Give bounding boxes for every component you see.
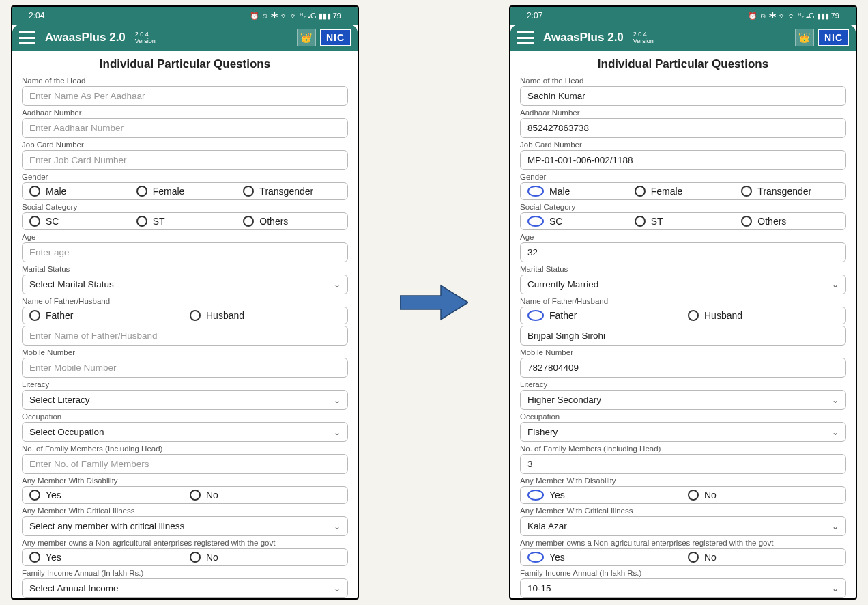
label-occupation: Occupation <box>520 412 846 421</box>
occupation-select[interactable]: Fishery⌄ <box>520 422 846 442</box>
age-field[interactable]: Enter age <box>22 242 348 262</box>
name-field[interactable]: Sachin Kumar <box>520 86 846 106</box>
label-name: Name of the Head <box>520 76 846 85</box>
label-enterprise: Any member owns a Non-agricultural enter… <box>22 539 348 547</box>
radio-enterprise-no[interactable]: No <box>190 552 341 563</box>
phone-screen-empty: 2:04 ⏰ ⦰ ✱ ᯤ ᯤ ᴴ₂ ₄G ▮▮▮ 79 AwaasPlus 2.… <box>11 5 359 600</box>
label-literacy: Literacy <box>520 380 846 389</box>
label-gender: Gender <box>22 173 348 181</box>
fh-name-field[interactable]: Brijpal Singh Sirohi <box>520 326 846 346</box>
family-field[interactable]: 3 <box>520 454 846 474</box>
social-radio-group: SC ST Others <box>520 212 846 230</box>
label-marital: Marital Status <box>22 265 348 273</box>
status-bar: 2:07 ⏰ ⦰ ✱ ᯤ ᯤ ᴴ₂ ₄G ▮▮▮ 79 <box>510 7 856 25</box>
literacy-select[interactable]: Higher Secondary⌄ <box>520 390 846 410</box>
mobile-field[interactable]: 7827804409 <box>520 358 846 378</box>
chevron-down-icon: ⌄ <box>832 427 839 437</box>
occupation-select[interactable]: Select Occupation⌄ <box>22 422 348 442</box>
page-title: Individual Particular Questions <box>520 57 846 71</box>
label-name: Name of the Head <box>22 76 348 85</box>
form-content: Individual Particular Questions Name of … <box>12 51 358 598</box>
radio-sc[interactable]: SC <box>29 216 127 227</box>
label-occupation: Occupation <box>22 412 348 421</box>
emblem-icon: 👑 <box>297 29 316 46</box>
radio-disability-no[interactable]: No <box>688 490 839 501</box>
jobcard-field[interactable]: Enter Job Card Number <box>22 150 348 170</box>
name-field[interactable]: Enter Name As Per Aadhaar <box>22 86 348 106</box>
svg-marker-0 <box>400 285 468 320</box>
gender-radio-group: Male Female Transgender <box>22 182 348 200</box>
label-marital: Marital Status <box>520 265 846 273</box>
radio-others[interactable]: Others <box>243 216 341 227</box>
label-mobile: Mobile Number <box>22 348 348 356</box>
chevron-down-icon: ⌄ <box>334 522 341 531</box>
literacy-select[interactable]: Select Literacy⌄ <box>22 390 348 410</box>
radio-disability-yes[interactable]: Yes <box>527 490 678 501</box>
label-income: Family Income Annual (In lakh Rs.) <box>520 569 846 577</box>
radio-father[interactable]: Father <box>527 310 678 321</box>
status-bar: 2:04 ⏰ ⦰ ✱ ᯤ ᯤ ᴴ₂ ₄G ▮▮▮ 79 <box>12 7 358 25</box>
radio-male[interactable]: Male <box>527 186 625 197</box>
chevron-down-icon: ⌄ <box>832 522 839 531</box>
arrow-icon <box>400 282 468 323</box>
status-time: 2:07 <box>527 11 542 20</box>
nic-badge: NIC <box>818 29 849 46</box>
family-field[interactable]: Enter No. of Family Members <box>22 454 348 474</box>
radio-transgender[interactable]: Transgender <box>741 186 839 197</box>
radio-st[interactable]: ST <box>635 216 732 227</box>
label-jobcard: Job Card Number <box>22 141 348 149</box>
label-social: Social Category <box>22 203 348 211</box>
menu-icon[interactable] <box>517 31 534 44</box>
chevron-down-icon: ⌄ <box>832 395 839 405</box>
radio-female[interactable]: Female <box>136 186 234 197</box>
form-content: Individual Particular Questions Name of … <box>510 51 856 598</box>
marital-select[interactable]: Currently Married⌄ <box>520 275 846 294</box>
app-title: AwaasPlus 2.0 <box>45 31 126 44</box>
income-select[interactable]: 10-15⌄ <box>520 578 846 598</box>
app-title: AwaasPlus 2.0 <box>543 31 624 44</box>
illness-select[interactable]: Kala Azar⌄ <box>520 516 846 536</box>
age-field[interactable]: 32 <box>520 242 846 262</box>
radio-disability-no[interactable]: No <box>190 490 341 501</box>
radio-male[interactable]: Male <box>29 186 127 197</box>
enterprise-radio-group: Yes No <box>22 548 348 566</box>
radio-enterprise-yes[interactable]: Yes <box>527 552 678 563</box>
radio-enterprise-yes[interactable]: Yes <box>29 552 180 563</box>
radio-others[interactable]: Others <box>741 216 839 227</box>
nic-badge: NIC <box>320 29 351 46</box>
fh-radio-group: Father Husband <box>520 307 846 324</box>
phone-screen-filled: 2:07 ⏰ ⦰ ✱ ᯤ ᯤ ᴴ₂ ₄G ▮▮▮ 79 AwaasPlus 2.… <box>509 5 857 600</box>
label-fh: Name of Father/Husband <box>22 297 348 305</box>
radio-father[interactable]: Father <box>29 310 180 321</box>
illness-select[interactable]: Select any member with critical illness⌄ <box>22 516 348 536</box>
label-aadhaar: Aadhaar Number <box>22 109 348 117</box>
label-jobcard: Job Card Number <box>520 141 846 149</box>
radio-husband[interactable]: Husband <box>688 310 839 321</box>
jobcard-field[interactable]: MP-01-001-006-002/1188 <box>520 150 846 170</box>
menu-icon[interactable] <box>19 31 35 44</box>
label-age: Age <box>22 233 348 241</box>
marital-select[interactable]: Select Marital Status⌄ <box>22 275 348 294</box>
mobile-field[interactable]: Enter Mobile Number <box>22 358 348 378</box>
label-fh: Name of Father/Husband <box>520 297 846 305</box>
label-enterprise: Any member owns a Non-agricultural enter… <box>520 539 846 547</box>
app-version: 2.0.4Version <box>135 31 156 44</box>
radio-st[interactable]: ST <box>136 216 234 227</box>
radio-sc[interactable]: SC <box>527 216 625 227</box>
radio-disability-yes[interactable]: Yes <box>29 490 180 501</box>
income-select[interactable]: Select Annual Income⌄ <box>22 578 348 598</box>
label-mobile: Mobile Number <box>520 348 846 356</box>
radio-husband[interactable]: Husband <box>190 310 341 321</box>
label-income: Family Income Annual (In lakh Rs.) <box>22 569 348 577</box>
radio-female[interactable]: Female <box>635 186 732 197</box>
aadhaar-field[interactable]: 852427863738 <box>520 118 846 138</box>
radio-transgender[interactable]: Transgender <box>243 186 341 197</box>
fh-name-field[interactable]: Enter Name of Father/Husband <box>22 326 348 346</box>
status-icons: ⏰ ⦰ ✱ ᯤ ᯤ ᴴ₂ ₄G ▮▮▮ 79 <box>748 12 839 20</box>
aadhaar-field[interactable]: Enter Aadhaar Number <box>22 118 348 138</box>
status-time: 2:04 <box>29 11 44 20</box>
radio-enterprise-no[interactable]: No <box>688 552 839 563</box>
label-disability: Any Member With Disability <box>520 477 846 485</box>
label-social: Social Category <box>520 203 846 211</box>
emblem-icon: 👑 <box>795 29 814 46</box>
